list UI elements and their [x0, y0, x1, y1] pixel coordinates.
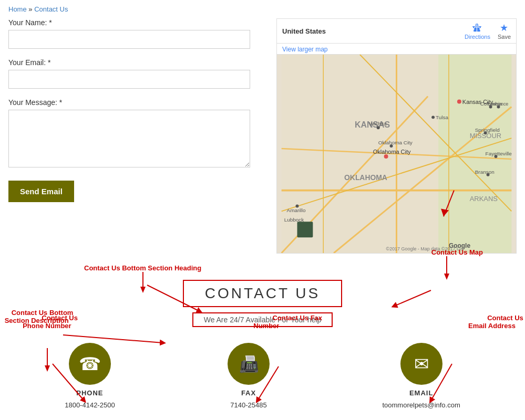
star-icon: ★: [500, 22, 508, 34]
svg-point-16: [457, 100, 461, 104]
map-link-row: View larger map: [276, 43, 517, 54]
email-icon-circle: ✉: [400, 343, 442, 385]
phone-icon-circle: ☎: [69, 343, 111, 385]
svg-text:Fayetteville: Fayetteville: [486, 151, 512, 156]
send-email-button[interactable]: Send Email: [8, 181, 74, 202]
message-input[interactable]: [8, 110, 250, 167]
directions-label: Directions: [465, 34, 490, 40]
svg-marker-45: [140, 287, 146, 293]
message-label: Your Message: *: [8, 98, 266, 107]
svg-text:Amarillo: Amarillo: [287, 207, 306, 213]
email-icon: ✉: [414, 353, 429, 374]
fax-icon-circle: 📠: [228, 343, 270, 385]
contact-form: Your Name: * Your Email: * Your Message:…: [8, 18, 266, 254]
phone-value: 1800-4142-2500: [65, 401, 115, 409]
svg-text:Lawrence: Lawrence: [488, 101, 509, 107]
phone-card: Contact Us Phone Number ☎ PHONE 1800-414…: [65, 343, 115, 409]
main-content: Your Name: * Your Email: * Your Message:…: [0, 18, 525, 254]
directions-button[interactable]: 🛣 Directions: [465, 23, 490, 40]
annotation-email: Contact Us Email Address: [468, 306, 523, 338]
bottom-section: Contact Us Bottom Section Heading Contac…: [0, 280, 525, 420]
svg-point-22: [431, 116, 435, 119]
svg-text:OKLAHOMA: OKLAHOMA: [344, 173, 387, 182]
annotation-bottom-section-heading: Contact Us Bottom Section Heading: [84, 264, 201, 293]
email-label: EMAIL: [409, 389, 433, 397]
svg-text:Oklahoma City: Oklahoma City: [378, 140, 413, 145]
breadcrumb-current: Contact Us: [34, 5, 68, 13]
contact-us-heading: CONTACT US: [183, 280, 342, 307]
map-wrapper: United States 🛣 Directions ★ Save View l…: [276, 18, 517, 254]
map-svg: KANSAS OKLAHOMA MISSOUR ARKANS Kansas Ci…: [277, 55, 516, 253]
svg-text:Wichita: Wichita: [369, 121, 387, 127]
annotation-fax: Contact Us Fax Number: [253, 306, 322, 338]
fax-icon: 📠: [239, 355, 259, 373]
svg-text:Oklahoma City: Oklahoma City: [373, 149, 411, 155]
email-label: Your Email: *: [8, 58, 266, 67]
svg-rect-43: [297, 222, 313, 237]
svg-marker-49: [444, 274, 449, 280]
name-input[interactable]: [8, 30, 250, 49]
email-field-group: Your Email: *: [8, 58, 266, 89]
svg-line-51: [63, 335, 163, 343]
map-toolbar-buttons: 🛣 Directions ★ Save: [465, 22, 511, 40]
breadcrumb-home[interactable]: Home: [8, 5, 27, 13]
svg-text:Tulsa: Tulsa: [436, 114, 448, 120]
name-label: Your Name: *: [8, 18, 266, 27]
fax-label: FAX: [241, 389, 256, 397]
svg-text:ARKANS: ARKANS: [470, 195, 498, 203]
annotation-phone: Contact Us Phone Number: [23, 306, 78, 338]
map-title: United States: [282, 27, 456, 35]
save-button[interactable]: ★ Save: [498, 22, 511, 40]
phone-label: PHONE: [76, 389, 103, 397]
save-label: Save: [498, 34, 511, 40]
svg-text:Springfield: Springfield: [475, 127, 500, 133]
directions-icon: 🛣: [472, 23, 482, 34]
fax-card: Contact Us Fax Number 📠 FAX 7140-25485: [228, 343, 270, 409]
svg-text:Branson: Branson: [475, 169, 495, 175]
map-toolbar: United States 🛣 Directions ★ Save: [276, 18, 517, 43]
email-card: Contact Us Email Address ✉ EMAIL toommor…: [382, 343, 460, 409]
name-field-group: Your Name: *: [8, 18, 266, 49]
fax-value: 7140-25485: [230, 401, 266, 409]
message-field-group: Your Message: *: [8, 98, 266, 169]
map-section: United States 🛣 Directions ★ Save View l…: [276, 18, 517, 254]
map-area[interactable]: KANSAS OKLAHOMA MISSOUR ARKANS Kansas Ci…: [276, 54, 517, 254]
annotation-contact-us-map: Contact Us Map: [431, 248, 483, 282]
email-input[interactable]: [8, 70, 250, 89]
email-value: toommorelpets@info.com: [382, 401, 460, 409]
phone-icon: ☎: [79, 353, 101, 374]
breadcrumb: Home » Contact Us: [0, 0, 525, 18]
breadcrumb-separator-symbol: »: [28, 5, 32, 13]
contact-cards: Contact Us Phone Number ☎ PHONE 1800-414…: [8, 343, 517, 420]
svg-point-18: [384, 154, 388, 159]
view-larger-map-link[interactable]: View larger map: [282, 46, 327, 53]
